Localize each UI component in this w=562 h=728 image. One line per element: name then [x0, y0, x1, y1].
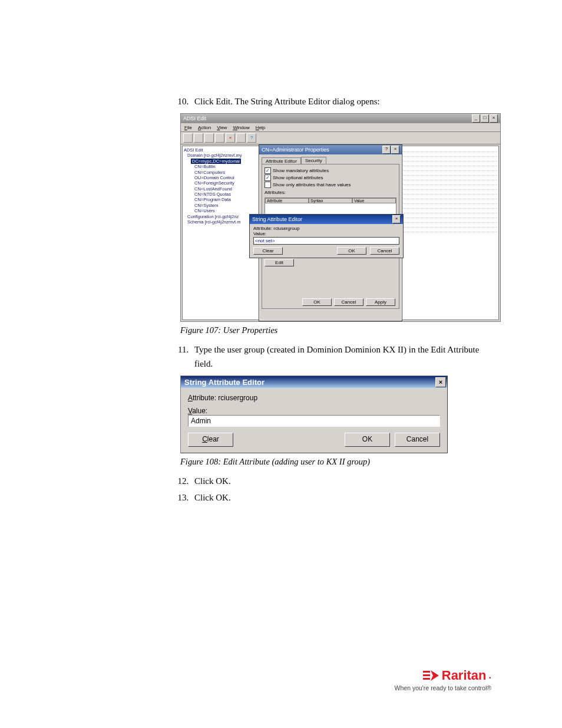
edit-button[interactable]: Edit	[265, 259, 294, 266]
props-title: CN=Administrator Properties	[262, 147, 329, 153]
step-list-mid: Type the user group (created in Dominion…	[177, 342, 496, 371]
step-item: Click Edit. The String Attribute Editor …	[191, 94, 496, 108]
delete-icon[interactable]: ×	[226, 133, 235, 143]
cancel-button[interactable]: Cancel	[395, 433, 440, 447]
svg-marker-3	[431, 670, 439, 681]
close-icon[interactable]: ×	[435, 377, 446, 387]
menu-item[interactable]: Action	[198, 125, 211, 130]
help-icon[interactable]: ?	[247, 133, 256, 143]
brand-name: Raritan	[442, 668, 487, 683]
attributes-label: Attributes:	[265, 190, 396, 195]
sae-lg-title: String Attribute Editor	[184, 378, 265, 387]
sae-lg-attr-label: Attribute: rciusergroup	[188, 394, 440, 402]
adsi-toolbar[interactable]: × ?	[181, 132, 500, 144]
svg-rect-2	[423, 678, 430, 680]
sae-title: String Attribute Editor	[252, 216, 302, 222]
footer-brand: Raritan. When you're ready to take contr…	[395, 668, 491, 691]
figure-107-caption: Figure 107: User Properties	[180, 325, 496, 335]
up-icon[interactable]	[204, 133, 214, 143]
adsi-menubar[interactable]: FileActionViewWindowHelp	[181, 123, 500, 132]
string-attr-editor-small: String Attribute Editor × Attribute: rci…	[249, 214, 404, 258]
menu-item[interactable]: Help	[256, 125, 265, 130]
menu-item[interactable]: Window	[233, 125, 249, 130]
step-item: Type the user group (created in Dominion…	[191, 342, 496, 371]
minimize-icon[interactable]: _	[472, 114, 480, 123]
svg-rect-0	[423, 671, 430, 673]
ok-button[interactable]: OK	[345, 433, 390, 447]
close-icon[interactable]: ×	[490, 114, 498, 123]
brand-tagline: When you're ready to take control®	[395, 684, 491, 691]
column-header[interactable]: Attribute	[265, 198, 309, 203]
column-header[interactable]: Syntax	[309, 198, 352, 203]
ok-button[interactable]: OK	[337, 247, 366, 255]
grid-icon[interactable]	[215, 133, 224, 143]
figure-108-caption: Figure 108: Edit Attribute (adding user …	[180, 457, 496, 467]
chk-mandatory[interactable]: ✓Show mandatory attributes	[265, 167, 396, 174]
help-icon[interactable]: ?	[382, 146, 391, 154]
cancel-button[interactable]: Cancel	[370, 247, 399, 255]
ok-button[interactable]: OK	[302, 298, 332, 306]
chk-values[interactable]: Show only attributes that have values	[265, 182, 396, 188]
sae-lg-value-input[interactable]	[188, 415, 440, 427]
svg-rect-1	[423, 674, 430, 676]
window-title: ADSI Edit	[183, 116, 206, 121]
step-list-bottom: Click OK.Click OK.	[177, 474, 496, 505]
clear-button[interactable]: Clear	[253, 247, 283, 255]
close-icon[interactable]: ×	[391, 146, 399, 154]
menu-item[interactable]: View	[217, 125, 227, 130]
sae-value[interactable]: <not set>	[253, 237, 399, 245]
cancel-button[interactable]: Cancel	[334, 298, 363, 306]
step-item: Click OK.	[191, 474, 496, 488]
step-item: Click OK.	[191, 490, 496, 505]
maximize-icon[interactable]: □	[481, 114, 489, 123]
menu-item[interactable]: File	[184, 125, 192, 130]
apply-button[interactable]: Apply	[366, 298, 395, 306]
sae-lg-value-label: Value:	[188, 407, 440, 415]
sae-attr-label: Attribute: rciusergroup	[253, 226, 399, 231]
string-attr-editor-large: String Attribute Editor × Attribute: rci…	[180, 375, 448, 453]
figure-107-screenshot: ADSI Edit _ □ × FileActionViewWindowHelp…	[180, 113, 501, 322]
sae-value-label: Value:	[253, 231, 399, 236]
props-tabs[interactable]: Attribute Editor Security	[259, 154, 402, 164]
tab-security[interactable]: Security	[301, 157, 326, 164]
properties-dialog: CN=Administrator Properties ? × Attribut…	[259, 144, 402, 321]
forward-icon[interactable]	[194, 133, 203, 143]
column-header[interactable]: Value	[352, 198, 396, 203]
clear-button[interactable]: Clear	[188, 433, 233, 447]
props-titlebar: CN=Administrator Properties ? ×	[259, 145, 402, 154]
back-icon[interactable]	[183, 133, 193, 143]
adsi-titlebar: ADSI Edit _ □ ×	[181, 114, 500, 123]
step-list-top: Click Edit. The String Attribute Editor …	[177, 94, 496, 108]
refresh-icon[interactable]	[236, 133, 246, 143]
close-icon[interactable]: ×	[392, 215, 401, 223]
chk-optional[interactable]: ✓Show optional attributes	[265, 174, 396, 181]
raritan-logo-icon	[423, 669, 439, 682]
